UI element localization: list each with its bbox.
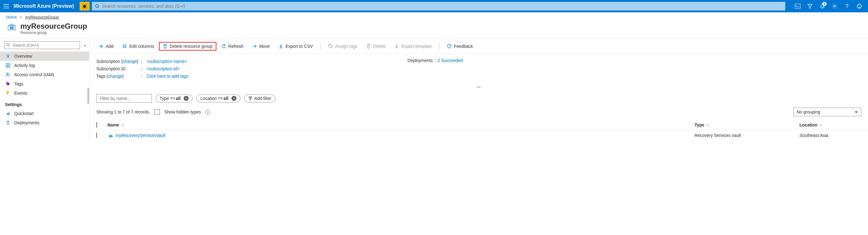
toolbar-separator [439,43,439,49]
info-icon[interactable]: i [205,110,210,114]
notifications-icon[interactable]: 4 [816,0,829,12]
change-subscription-link[interactable]: change [123,59,137,64]
page-title: myResourceGroup [20,22,87,31]
edit-columns-button[interactable]: Edit columns [119,42,158,51]
records-bar: Showing 1 to 7 of 7 records. Show hidden… [90,106,868,120]
breadcrumb-current[interactable]: myResourceGroup [25,15,59,20]
svg-point-12 [7,73,8,75]
show-hidden-checkbox[interactable] [154,109,160,115]
feedback-smile-icon[interactable] [853,0,866,12]
subscription-label: Subscription (change) [96,59,141,64]
svg-point-18 [329,45,330,46]
records-count: Showing 1 to 7 of 7 records. [96,109,150,114]
page-title-block: myResourceGroup Resource group [0,21,868,39]
subscription-value[interactable]: <subscription-name> [147,59,187,64]
sidebar-item-quickstart[interactable]: Quickstart [0,109,89,118]
svg-rect-10 [7,56,9,58]
filter-by-name-input[interactable] [96,94,152,103]
refresh-button[interactable]: Refresh [218,42,247,51]
show-hidden-label: Show hidden types [164,109,200,114]
download-icon [394,44,399,49]
cloud-shell-icon[interactable] [792,0,804,12]
assign-tags-button[interactable]: Assign tags [324,42,361,51]
search-icon [95,4,99,8]
export-csv-button[interactable]: Export to CSV [275,42,317,51]
svg-rect-2 [795,4,800,9]
activity-log-icon [5,63,11,68]
page-subtitle: Resource group [20,31,87,35]
sidebar-item-label: Quickstart [14,111,34,116]
resource-location: Southeast Asia [800,133,861,138]
sidebar-item-tags[interactable]: Tags [0,79,89,89]
settings-gear-icon[interactable] [829,0,841,12]
sidebar-search-input[interactable] [4,41,80,49]
svg-point-3 [834,5,836,7]
essentials-section: Subscription (change) : <subscription-na… [90,54,868,82]
brand-title[interactable]: Microsoft Azure (Preview) [12,3,80,9]
table-row[interactable]: myRecoveryServicesVault Recovery Service… [90,130,868,141]
deployments-info: Deployments : 2 Succeeded [407,58,463,63]
change-tags-link[interactable]: change [108,74,122,79]
clear-filter-icon[interactable]: ✕ [231,96,237,101]
column-header-name[interactable]: Name↑↓ [107,123,694,127]
grouping-dropdown[interactable]: No grouping [793,108,861,116]
help-icon[interactable] [841,0,853,12]
column-header-location[interactable]: Location↑↓ [800,123,861,127]
sidebar-item-access-control[interactable]: Access control (IAM) [0,70,89,79]
sidebar-search: « [4,41,80,49]
location-filter-pill[interactable]: Location == all ✕ [196,94,241,102]
breadcrumb: Home > myResourceGroup [0,12,868,21]
sidebar-item-deployments[interactable]: Deployments [0,118,89,127]
tags-value[interactable]: Click here to add tags [147,74,188,79]
type-filter-pill[interactable]: Type == all ✕ [156,94,193,102]
add-button[interactable]: Add [95,42,117,51]
svg-point-14 [9,112,9,113]
collapse-sidebar-icon[interactable]: « [84,43,86,48]
breadcrumb-separator: > [20,15,22,20]
deployments-icon [5,120,11,125]
export-template-button[interactable]: Export template [391,42,435,51]
resource-group-icon [6,22,17,33]
subscription-id-value: <subscription-id> [147,66,180,71]
toolbar-separator [320,43,321,49]
sidebar-item-activity-log[interactable]: Activity log [0,61,89,70]
select-all-checkbox[interactable] [96,122,97,128]
add-filter-button[interactable]: Add filter [244,94,275,102]
sidebar-item-overview[interactable]: Overview [0,52,89,61]
column-header-type[interactable]: Type↑↓ [694,123,800,127]
delete-resource-group-button[interactable]: Delete resource group [159,42,216,51]
collapse-essentials-icon[interactable]: ︽ [90,82,868,91]
top-actions: 4 [792,0,868,12]
feedback-button[interactable]: Feedback [443,42,476,51]
hamburger-menu-icon[interactable] [0,0,12,12]
sidebar-item-events[interactable]: Events [0,89,89,98]
clear-filter-icon[interactable]: ✕ [184,96,189,101]
svg-rect-8 [10,27,13,29]
svg-point-9 [6,43,9,46]
row-checkbox[interactable] [96,133,97,138]
content-area: Add Edit columns Delete resource group R… [90,39,868,141]
sidebar: « Overview Activity log Access control (… [0,39,90,141]
resource-name-link[interactable]: myRecoveryServicesVault [107,133,165,138]
deployments-value[interactable]: 2 Succeeded [438,58,463,63]
notification-badge: 4 [822,2,827,6]
preview-bug-icon[interactable] [80,2,90,10]
top-bar: Microsoft Azure (Preview) 4 [0,0,868,12]
global-search-input[interactable] [102,4,782,9]
sidebar-item-label: Deployments [14,120,39,125]
move-button[interactable]: Move [248,42,274,51]
plus-icon [99,44,104,49]
tags-label: Tags (change) [96,74,141,79]
command-bar: Add Edit columns Delete resource group R… [90,39,868,54]
svg-point-0 [83,5,86,8]
sidebar-scrollbar[interactable] [87,88,89,104]
directory-filter-icon[interactable] [804,0,816,12]
sidebar-heading-settings: Settings [0,98,89,109]
add-filter-icon [248,96,252,101]
heart-icon [447,44,452,49]
svg-point-13 [7,82,7,83]
columns-icon [122,44,127,49]
delete-button[interactable]: Delete [362,42,389,51]
global-search[interactable] [92,2,785,10]
breadcrumb-home[interactable]: Home [6,15,17,20]
